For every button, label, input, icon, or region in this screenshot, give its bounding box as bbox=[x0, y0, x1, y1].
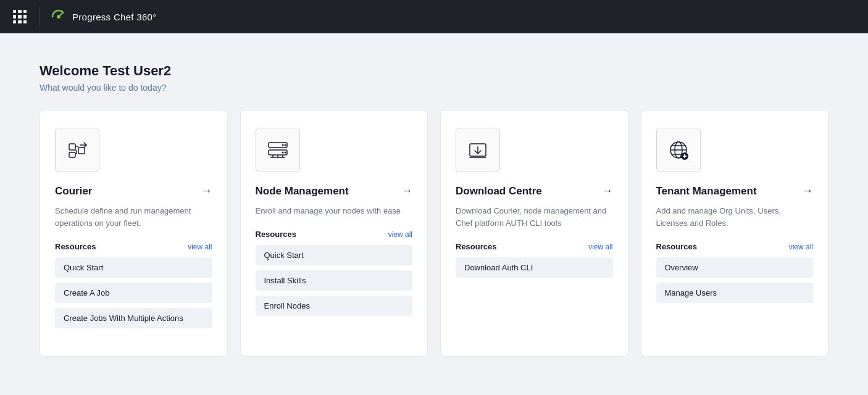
card-tenant-management: Tenant Management → Add and manage Org U… bbox=[641, 110, 829, 357]
resource-item[interactable]: Quick Start bbox=[55, 257, 212, 278]
resource-item[interactable]: Manage Users bbox=[656, 283, 814, 303]
resource-item[interactable]: Download Auth CLI bbox=[456, 257, 613, 278]
svg-point-11 bbox=[282, 144, 283, 146]
tenant-management-resources-list: OverviewManage Users bbox=[656, 257, 814, 303]
courier-icon-wrap bbox=[55, 128, 99, 172]
main-content: Welcome Test User2 What would you like t… bbox=[0, 33, 868, 381]
node-management-resources-label: Resources bbox=[256, 230, 296, 239]
nav-divider bbox=[40, 7, 40, 27]
resource-item[interactable]: Enroll Nodes bbox=[256, 296, 413, 316]
courier-card-header: Courier → bbox=[55, 185, 212, 198]
svg-point-12 bbox=[284, 144, 286, 146]
node-management-icon-wrap bbox=[256, 128, 300, 172]
welcome-subtitle: What would you like to do today? bbox=[40, 83, 828, 93]
cards-grid: Courier → Schedule define and run manage… bbox=[40, 110, 828, 357]
resource-item[interactable]: Overview bbox=[656, 257, 814, 278]
node-management-resources-list: Quick StartInstall SkillsEnroll Nodes bbox=[256, 245, 413, 316]
courier-arrow-icon[interactable]: → bbox=[201, 185, 212, 198]
node-management-arrow-icon[interactable]: → bbox=[401, 185, 412, 198]
card-download-centre: Download Centre → Download Courier, node… bbox=[440, 110, 628, 357]
tenant-management-card-header: Tenant Management → bbox=[656, 185, 814, 198]
svg-rect-1 bbox=[69, 144, 75, 150]
app-grid-icon[interactable] bbox=[10, 7, 30, 27]
node-management-card-title: Node Management bbox=[256, 185, 349, 198]
tenant-management-view-all-link[interactable]: view all bbox=[789, 243, 813, 251]
resource-item[interactable]: Install Skills bbox=[256, 270, 413, 291]
tenant-management-card-desc: Add and manage Org Units, Users, License… bbox=[656, 205, 814, 230]
courier-card-title: Courier bbox=[55, 185, 92, 198]
download-centre-view-all-link[interactable]: view all bbox=[588, 243, 612, 251]
download-centre-card-title: Download Centre bbox=[456, 185, 542, 198]
download-centre-card-header: Download Centre → bbox=[456, 185, 613, 198]
node-management-card-desc: Enroll and manage your nodes with ease bbox=[256, 205, 413, 217]
card-node-management: Node Management → Enroll and manage your… bbox=[240, 110, 428, 357]
resource-item[interactable]: Create Jobs With Multiple Actions bbox=[55, 308, 212, 328]
courier-card-desc: Schedule define and run management opera… bbox=[55, 205, 212, 230]
card-courier: Courier → Schedule define and run manage… bbox=[40, 110, 228, 357]
tenant-management-card-title: Tenant Management bbox=[656, 185, 757, 198]
download-centre-card-desc: Download Courier, node management and Ch… bbox=[456, 205, 613, 230]
navbar: Progress Chef 360° bbox=[0, 0, 868, 33]
tenant-management-resources-label: Resources bbox=[656, 242, 697, 251]
welcome-title: Welcome Test User2 bbox=[40, 63, 828, 79]
resource-item[interactable]: Create A Job bbox=[55, 283, 212, 303]
nav-logo: Progress Chef 360° bbox=[50, 8, 156, 25]
node-management-resources-header: Resources view all bbox=[256, 230, 413, 239]
nav-brand-text: Progress Chef 360° bbox=[72, 12, 156, 22]
svg-rect-3 bbox=[78, 148, 85, 154]
tenant-management-arrow-icon[interactable]: → bbox=[802, 185, 813, 198]
download-centre-resources-label: Resources bbox=[456, 242, 496, 251]
node-management-view-all-link[interactable]: view all bbox=[388, 230, 412, 239]
courier-resources-label: Resources bbox=[55, 242, 96, 251]
download-centre-icon-wrap bbox=[456, 128, 500, 172]
courier-resources-list: Quick StartCreate A JobCreate Jobs With … bbox=[55, 257, 212, 328]
courier-view-all-link[interactable]: view all bbox=[188, 243, 212, 251]
tenant-management-resources-header: Resources view all bbox=[656, 242, 814, 251]
progress-chef-logo-icon bbox=[50, 8, 67, 25]
svg-point-0 bbox=[57, 15, 61, 19]
download-centre-resources-list: Download Auth CLI bbox=[456, 257, 613, 278]
svg-point-14 bbox=[284, 152, 286, 154]
tenant-management-icon-wrap bbox=[656, 128, 701, 172]
resource-item[interactable]: Quick Start bbox=[256, 245, 413, 265]
download-centre-arrow-icon[interactable]: → bbox=[602, 185, 613, 198]
download-centre-resources-header: Resources view all bbox=[456, 242, 613, 251]
svg-rect-2 bbox=[69, 152, 75, 157]
node-management-card-header: Node Management → bbox=[256, 185, 413, 198]
svg-point-13 bbox=[282, 152, 283, 154]
courier-resources-header: Resources view all bbox=[55, 242, 212, 251]
